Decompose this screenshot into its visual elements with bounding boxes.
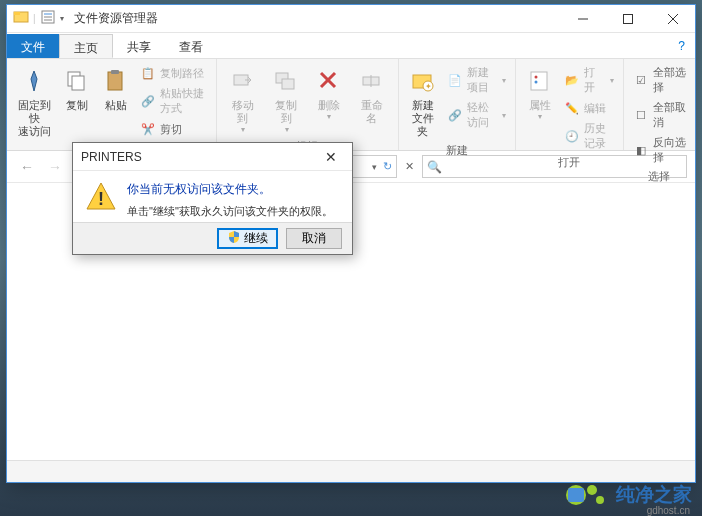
path-icon: 📋 bbox=[140, 65, 156, 81]
new-group: ✦ 新建 文件夹 📄新建项目▾ 🔗轻松访问▾ 新建 bbox=[399, 59, 516, 150]
qat-dropdown-icon[interactable]: ▾ bbox=[60, 14, 64, 23]
copy-to-icon bbox=[270, 65, 302, 97]
svg-text:!: ! bbox=[98, 189, 104, 209]
ribbon: 固定到快 速访问 复制 粘贴 📋复制路径 🔗粘贴快捷方式 ✂️剪切 剪贴板 bbox=[7, 59, 695, 151]
copy-icon bbox=[61, 65, 93, 97]
easy-access-button[interactable]: 🔗轻松访问▾ bbox=[444, 98, 509, 132]
svg-rect-13 bbox=[108, 72, 122, 90]
move-to-button[interactable]: 移动到▾ bbox=[223, 63, 263, 137]
svg-point-27 bbox=[534, 81, 537, 84]
invert-icon: ◧ bbox=[633, 142, 649, 158]
refresh-icon[interactable]: ↻ bbox=[383, 160, 392, 173]
svg-rect-25 bbox=[531, 72, 547, 90]
maximize-button[interactable] bbox=[605, 5, 650, 33]
file-tab[interactable]: 文件 bbox=[7, 34, 59, 58]
dialog-footer: 继续 取消 bbox=[73, 222, 352, 254]
open-label: 打开 bbox=[522, 153, 617, 172]
new-label: 新建 bbox=[405, 141, 509, 160]
watermark: 纯净之家 bbox=[564, 480, 692, 510]
svg-rect-14 bbox=[111, 70, 119, 74]
cancel-button[interactable]: 取消 bbox=[286, 228, 342, 249]
properties-button[interactable]: 属性▾ bbox=[522, 63, 558, 124]
easy-access-icon: 🔗 bbox=[447, 107, 463, 123]
select-all-button[interactable]: ☑全部选择 bbox=[630, 63, 689, 97]
svg-rect-17 bbox=[282, 79, 294, 89]
paste-shortcut-button[interactable]: 🔗粘贴快捷方式 bbox=[137, 84, 210, 118]
copy-path-button[interactable]: 📋复制路径 bbox=[137, 63, 210, 83]
cut-icon: ✂️ bbox=[140, 121, 156, 137]
svg-rect-33 bbox=[568, 488, 584, 502]
select-all-icon: ☑ bbox=[633, 72, 649, 88]
move-icon bbox=[227, 65, 259, 97]
select-label: 选择 bbox=[630, 167, 689, 186]
properties-icon bbox=[524, 65, 556, 97]
explorer-icon bbox=[13, 9, 29, 29]
paste-button[interactable]: 粘贴 bbox=[98, 63, 134, 114]
open-icon: 📂 bbox=[564, 72, 580, 88]
quick-access-toolbar: | ▾ bbox=[7, 9, 64, 29]
dialog-body: ! 你当前无权访问该文件夹。 单击"继续"获取永久访问该文件夹的权限。 bbox=[73, 171, 352, 229]
watermark-logo-icon bbox=[564, 480, 610, 510]
select-none-icon: ☐ bbox=[633, 107, 649, 123]
history-button[interactable]: 🕘历史记录 bbox=[561, 119, 617, 153]
help-icon[interactable]: ? bbox=[678, 39, 685, 53]
dialog-titlebar: PRINTERS ✕ bbox=[73, 143, 352, 171]
dialog-subtext: 单击"继续"获取永久访问该文件夹的权限。 bbox=[127, 204, 333, 219]
properties-qat-icon[interactable] bbox=[40, 9, 56, 29]
window-controls bbox=[560, 5, 695, 33]
dialog-close-button[interactable]: ✕ bbox=[318, 149, 344, 165]
dialog-message: 你当前无权访问该文件夹。 bbox=[127, 181, 333, 198]
rename-icon bbox=[356, 65, 388, 97]
svg-rect-12 bbox=[72, 76, 84, 90]
svg-marker-10 bbox=[31, 71, 37, 91]
svg-rect-7 bbox=[623, 14, 632, 23]
history-icon: 🕘 bbox=[564, 128, 580, 144]
new-item-button[interactable]: 📄新建项目▾ bbox=[444, 63, 509, 97]
new-item-icon: 📄 bbox=[447, 72, 463, 88]
address-dropdown-icon[interactable]: ▾ bbox=[372, 162, 377, 172]
open-group: 属性▾ 📂打开▾ ✏️编辑 🕘历史记录 打开 bbox=[516, 59, 624, 150]
svg-point-31 bbox=[587, 485, 597, 495]
pin-quick-access-button[interactable]: 固定到快 速访问 bbox=[13, 63, 56, 141]
minimize-button[interactable] bbox=[560, 5, 605, 33]
select-group: ☑全部选择 ☐全部取消 ◧反向选择 选择 bbox=[624, 59, 695, 150]
titlebar: | ▾ 文件资源管理器 bbox=[7, 5, 695, 33]
invert-selection-button[interactable]: ◧反向选择 bbox=[630, 133, 689, 167]
shortcut-icon: 🔗 bbox=[140, 93, 156, 109]
window-title: 文件资源管理器 bbox=[74, 10, 158, 27]
close-button[interactable] bbox=[650, 5, 695, 33]
svg-point-26 bbox=[534, 76, 537, 79]
new-folder-icon: ✦ bbox=[407, 65, 439, 97]
home-tab[interactable]: 主页 bbox=[59, 34, 113, 58]
search-icon: 🔍 bbox=[427, 160, 442, 174]
permission-dialog: PRINTERS ✕ ! 你当前无权访问该文件夹。 单击"继续"获取永久访问该文… bbox=[72, 142, 353, 255]
edit-button[interactable]: ✏️编辑 bbox=[561, 98, 617, 118]
warning-icon: ! bbox=[85, 181, 117, 213]
share-tab[interactable]: 共享 bbox=[113, 34, 165, 58]
paste-icon bbox=[100, 65, 132, 97]
address-close-icon[interactable]: ✕ bbox=[401, 160, 418, 173]
shield-icon bbox=[227, 230, 241, 247]
new-folder-button[interactable]: ✦ 新建 文件夹 bbox=[405, 63, 441, 141]
statusbar bbox=[7, 460, 695, 482]
svg-rect-1 bbox=[14, 12, 20, 15]
cut-button[interactable]: ✂️剪切 bbox=[137, 119, 210, 139]
svg-point-32 bbox=[596, 496, 604, 504]
watermark-text: 纯净之家 bbox=[616, 482, 692, 508]
clipboard-group: 固定到快 速访问 复制 粘贴 📋复制路径 🔗粘贴快捷方式 ✂️剪切 剪贴板 bbox=[7, 59, 217, 150]
rename-button[interactable]: 重命名 bbox=[351, 63, 391, 127]
continue-button[interactable]: 继续 bbox=[217, 228, 278, 249]
qat-sep: | bbox=[33, 13, 36, 24]
select-none-button[interactable]: ☐全部取消 bbox=[630, 98, 689, 132]
view-tab[interactable]: 查看 bbox=[165, 34, 217, 58]
open-button[interactable]: 📂打开▾ bbox=[561, 63, 617, 97]
svg-text:✦: ✦ bbox=[424, 82, 431, 91]
organize-group: 移动到▾ 复制到▾ 删除▾ 重命名 组织 bbox=[217, 59, 399, 150]
delete-icon bbox=[313, 65, 345, 97]
copy-button[interactable]: 复制 bbox=[59, 63, 95, 114]
dialog-title-text: PRINTERS bbox=[81, 150, 142, 164]
copy-to-button[interactable]: 复制到▾ bbox=[266, 63, 306, 137]
edit-icon: ✏️ bbox=[564, 100, 580, 116]
ribbon-tabs: 文件 主页 共享 查看 ? bbox=[7, 33, 695, 59]
delete-button[interactable]: 删除▾ bbox=[309, 63, 348, 124]
